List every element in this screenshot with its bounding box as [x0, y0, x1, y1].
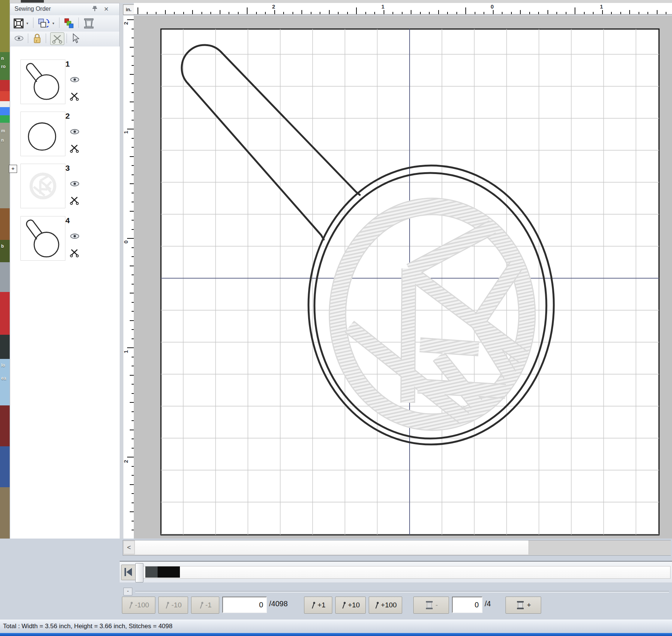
close-icon[interactable]: ✕	[102, 5, 110, 13]
order-dropdown-arrow-icon[interactable]: ▾	[52, 21, 54, 25]
item-2-thumbnail[interactable]	[20, 112, 65, 156]
desktop-edge-strip: nromnbloeaS	[0, 0, 10, 620]
item-order-number: 4	[65, 216, 70, 225]
thread-segment-dark	[145, 566, 158, 578]
v-ruler-label: 1	[123, 131, 129, 134]
h-ruler-label: 0	[491, 3, 494, 10]
window-top-strip	[10, 0, 672, 3]
item-3-thumbnail[interactable]	[20, 164, 65, 208]
previous-color-button[interactable]: -	[413, 597, 449, 614]
cut-tool-button[interactable]	[50, 32, 64, 45]
hoop-view-icon[interactable]	[83, 18, 95, 29]
stitch-slider-track[interactable]	[138, 566, 671, 579]
thread-segment-black	[158, 566, 180, 578]
scrollbar-thumb[interactable]	[135, 540, 529, 555]
desktop-text-fragment: lo	[1, 363, 5, 368]
item-1-thumbnail[interactable]	[20, 60, 65, 104]
forward-1-button[interactable]: +1	[304, 597, 332, 614]
vertical-ruler: 2 1 0 1 2	[123, 16, 134, 539]
v-ruler-label: 2	[123, 460, 129, 463]
visibility-eye-icon[interactable]	[14, 35, 24, 42]
back-1-button[interactable]: -1	[191, 597, 219, 614]
fit-dropdown-arrow-icon[interactable]: ▾	[26, 21, 28, 25]
desktop-text-fragment: b	[1, 244, 4, 249]
panel-toolbar-bottom: r	[10, 32, 119, 47]
stitch-slider-row	[120, 561, 672, 582]
horizontal-scrollbar[interactable]: <	[123, 540, 671, 556]
expand-plus-button[interactable]: +	[9, 165, 17, 173]
panel-toolbar-top: ▾ ▾	[10, 15, 119, 32]
panel-titlebar[interactable]: Sewing Order ✕	[10, 3, 119, 16]
status-bar: Total : Width = 3.56 inch, Height = 3.66…	[0, 620, 672, 633]
taskbar-edge-strip	[0, 633, 672, 636]
collapse-button[interactable]: -	[123, 588, 132, 595]
color-sort-icon[interactable]	[64, 18, 75, 29]
select-cursor-icon[interactable]	[72, 33, 80, 44]
desktop-text-fragment: m	[1, 128, 5, 134]
item-order-number: 2	[65, 112, 70, 121]
status-total-text: Total : Width = 3.56 inch, Height = 3.66…	[3, 623, 172, 630]
ruler-unit-box: in.	[123, 4, 134, 15]
panel-title-text: Sewing Order	[14, 6, 51, 12]
eye-icon[interactable]	[69, 128, 80, 135]
stitch-slider-thumb[interactable]	[135, 563, 143, 582]
scroll-left-arrow[interactable]: <	[124, 541, 134, 554]
design-canvas[interactable]	[134, 16, 672, 539]
current-stitch-input[interactable]: 0	[222, 597, 267, 613]
divider-line	[135, 591, 669, 592]
item-order-number: 3	[65, 164, 70, 173]
change-order-icon[interactable]	[38, 18, 50, 29]
horizontal-ruler: 2 1 0 1 2	[134, 3, 672, 15]
h-ruler-label: 1	[381, 3, 384, 10]
eye-icon[interactable]	[69, 76, 80, 83]
collapse-row: -	[120, 588, 672, 596]
scissors-icon[interactable]	[69, 196, 80, 205]
forward-10-button[interactable]: +10	[335, 597, 366, 614]
window-top-fragment	[21, 0, 44, 3]
scissors-icon[interactable]	[69, 144, 80, 153]
v-ruler-label: 0	[123, 240, 129, 243]
svg-text:r: r	[36, 39, 37, 43]
sewing-order-panel: Sewing Order ✕ ▾	[10, 3, 120, 613]
go-to-start-button[interactable]	[121, 565, 136, 580]
scissors-icon[interactable]	[69, 91, 80, 101]
h-ruler-label: 1	[600, 3, 603, 10]
sewing-order-list: 1 2	[10, 46, 120, 613]
application-window: nromnbloeaS Sewing Order ✕	[0, 0, 672, 636]
list-item[interactable]: 4	[10, 216, 120, 264]
item-4-thumbnail[interactable]	[20, 216, 65, 261]
v-ruler-label: 2	[123, 22, 129, 25]
desktop-text-fragment: n	[1, 56, 4, 61]
next-color-button[interactable]: +	[505, 597, 541, 614]
list-item[interactable]: 1	[10, 60, 120, 108]
eye-icon[interactable]	[69, 232, 80, 240]
back-100-button[interactable]: -100	[122, 597, 155, 614]
list-item[interactable]: + 3	[10, 164, 120, 212]
h-ruler-label: 2	[272, 3, 275, 10]
forward-100-button[interactable]: +100	[369, 597, 402, 614]
desktop-text-fragment: ea	[1, 376, 6, 381]
stitch-simulator-area: < - -100 -10	[0, 539, 672, 620]
fit-to-window-icon[interactable]	[13, 18, 24, 29]
stitch-navigation-row: -100 -10 -1 0 /4098 +1 +10 +100	[120, 597, 672, 616]
item-order-number: 1	[65, 60, 70, 68]
color-total-label: /4	[485, 600, 491, 608]
v-ruler-label: 1	[123, 350, 129, 353]
desktop-text-fragment: n	[1, 138, 4, 143]
scissors-icon[interactable]	[69, 248, 80, 258]
back-10-button[interactable]: -10	[158, 597, 188, 614]
eye-icon[interactable]	[69, 180, 80, 187]
desktop-text-fragment: ro	[1, 64, 6, 69]
stitch-total-label: /4098	[269, 600, 288, 608]
pin-icon[interactable]	[92, 5, 100, 13]
list-item[interactable]: 2	[10, 112, 120, 160]
lock-icon[interactable]: r	[32, 33, 42, 44]
current-color-input[interactable]: 0	[452, 597, 482, 613]
